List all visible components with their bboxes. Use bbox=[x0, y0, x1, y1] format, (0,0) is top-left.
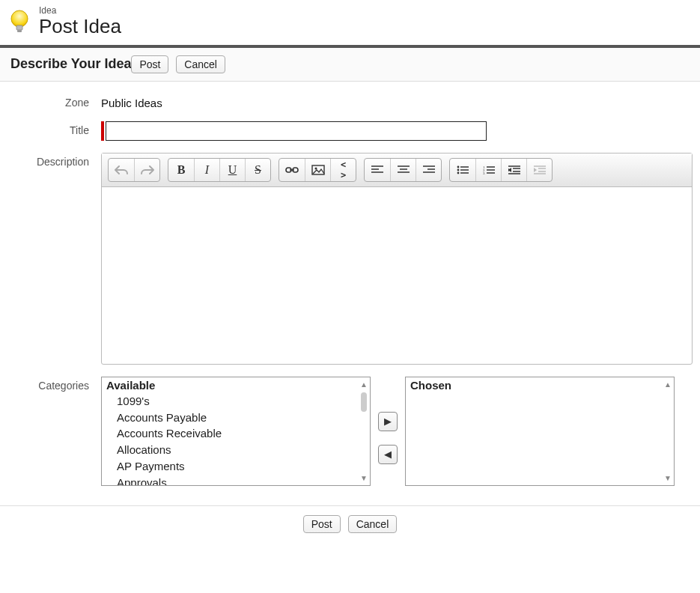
chevron-right-icon: ▶ bbox=[384, 416, 392, 427]
chevron-left-icon: ◀ bbox=[384, 448, 392, 460]
list-item[interactable]: 1099's bbox=[117, 393, 365, 410]
undo-icon bbox=[115, 165, 128, 175]
rte-group-insert: < > bbox=[279, 158, 356, 182]
svg-text:3: 3 bbox=[483, 171, 485, 174]
rte-group-align bbox=[364, 158, 442, 182]
svg-rect-1 bbox=[16, 25, 22, 30]
underline-button[interactable]: U bbox=[219, 159, 245, 181]
page-header: Idea Post Idea bbox=[0, 0, 700, 45]
form-body: Zone Public Ideas Title Description bbox=[0, 82, 700, 505]
cancel-button[interactable]: Cancel bbox=[176, 55, 225, 73]
label-title: Title bbox=[7, 121, 101, 141]
row-categories: Categories Available 1099'sAccounts Paya… bbox=[7, 377, 693, 486]
post-button[interactable]: Post bbox=[303, 515, 341, 533]
chosen-scrollbar[interactable]: ▲ ▼ bbox=[663, 380, 672, 482]
available-listbox[interactable]: Available 1099'sAccounts PayableAccounts… bbox=[101, 377, 371, 486]
post-button[interactable]: Post bbox=[131, 55, 168, 73]
label-categories: Categories bbox=[7, 377, 101, 486]
section-header: Describe Your Idea Post Cancel bbox=[0, 45, 700, 82]
rte-group-format: B I U S bbox=[168, 158, 271, 182]
unordered-list-button[interactable] bbox=[450, 159, 475, 181]
unordered-list-icon bbox=[457, 165, 469, 174]
label-zone: Zone bbox=[7, 94, 101, 109]
rte-group-history bbox=[108, 158, 160, 182]
outdent-icon bbox=[508, 165, 520, 174]
italic-button[interactable]: I bbox=[194, 159, 219, 181]
svg-point-17 bbox=[457, 165, 460, 168]
available-heading: Available bbox=[102, 377, 370, 393]
list-item[interactable]: Approvals bbox=[117, 475, 365, 486]
link-icon bbox=[285, 165, 299, 174]
move-left-button[interactable]: ◀ bbox=[378, 445, 398, 464]
align-right-icon bbox=[423, 165, 435, 174]
align-center-button[interactable] bbox=[390, 159, 416, 181]
move-right-button[interactable]: ▶ bbox=[378, 412, 398, 431]
list-item[interactable]: Accounts Payable bbox=[117, 410, 365, 426]
align-left-icon bbox=[371, 165, 383, 174]
scroll-down-icon: ▼ bbox=[664, 474, 672, 482]
ordered-list-button[interactable]: 123 bbox=[475, 159, 501, 181]
row-zone: Zone Public Ideas bbox=[7, 94, 693, 109]
list-item[interactable]: AP Payments bbox=[117, 458, 365, 475]
lightbulb-icon bbox=[9, 8, 31, 35]
cancel-button[interactable]: Cancel bbox=[348, 515, 398, 533]
redo-button[interactable] bbox=[134, 159, 159, 181]
svg-point-0 bbox=[11, 10, 28, 27]
svg-marker-36 bbox=[534, 168, 537, 172]
required-indicator bbox=[101, 121, 104, 141]
scroll-down-icon: ▼ bbox=[360, 474, 368, 482]
chosen-listbox[interactable]: Chosen ▲ ▼ bbox=[405, 377, 675, 486]
page-title: Post Idea bbox=[39, 16, 121, 37]
bold-button[interactable]: B bbox=[168, 159, 194, 181]
rich-text-editor: B I U S bbox=[101, 153, 693, 365]
scroll-up-icon: ▲ bbox=[360, 380, 368, 389]
label-description: Description bbox=[7, 153, 101, 365]
strike-button[interactable]: S bbox=[245, 159, 270, 181]
undo-button[interactable] bbox=[109, 159, 134, 181]
footer-button-row: Post Cancel bbox=[0, 505, 700, 542]
align-left-button[interactable] bbox=[365, 159, 390, 181]
zone-value: Public Ideas bbox=[101, 94, 693, 109]
svg-point-7 bbox=[314, 167, 317, 169]
scroll-thumb[interactable] bbox=[361, 392, 367, 412]
scroll-up-icon: ▲ bbox=[664, 380, 672, 389]
source-button[interactable]: < > bbox=[330, 159, 356, 181]
row-description: Description bbox=[7, 153, 693, 365]
outdent-button[interactable] bbox=[501, 159, 526, 181]
section-title: Describe Your Idea bbox=[10, 56, 131, 72]
shuttle-buttons: ▶ ◀ bbox=[378, 377, 398, 486]
rte-toolbar: B I U S bbox=[102, 153, 692, 187]
row-title: Title bbox=[7, 121, 693, 141]
svg-point-19 bbox=[457, 168, 460, 171]
title-input[interactable] bbox=[106, 121, 487, 141]
align-right-button[interactable] bbox=[416, 159, 441, 181]
link-button[interactable] bbox=[279, 159, 305, 181]
list-item[interactable]: Allocations bbox=[117, 442, 365, 458]
indent-button[interactable] bbox=[526, 159, 552, 181]
redo-icon bbox=[141, 165, 154, 175]
svg-point-21 bbox=[457, 171, 460, 174]
chosen-heading: Chosen bbox=[406, 377, 674, 393]
available-scrollbar[interactable]: ▲ ▼ bbox=[359, 380, 368, 482]
align-center-icon bbox=[398, 165, 410, 174]
image-button[interactable] bbox=[305, 159, 330, 181]
svg-marker-31 bbox=[508, 168, 511, 172]
ordered-list-icon: 123 bbox=[483, 165, 495, 174]
rte-group-list: 123 bbox=[449, 158, 553, 182]
description-input[interactable] bbox=[102, 187, 692, 364]
top-button-row: Post Cancel bbox=[131, 55, 225, 73]
image-icon bbox=[311, 165, 325, 175]
list-item[interactable]: Accounts Receivable bbox=[117, 425, 365, 442]
indent-icon bbox=[534, 165, 546, 174]
svg-rect-2 bbox=[17, 30, 22, 32]
